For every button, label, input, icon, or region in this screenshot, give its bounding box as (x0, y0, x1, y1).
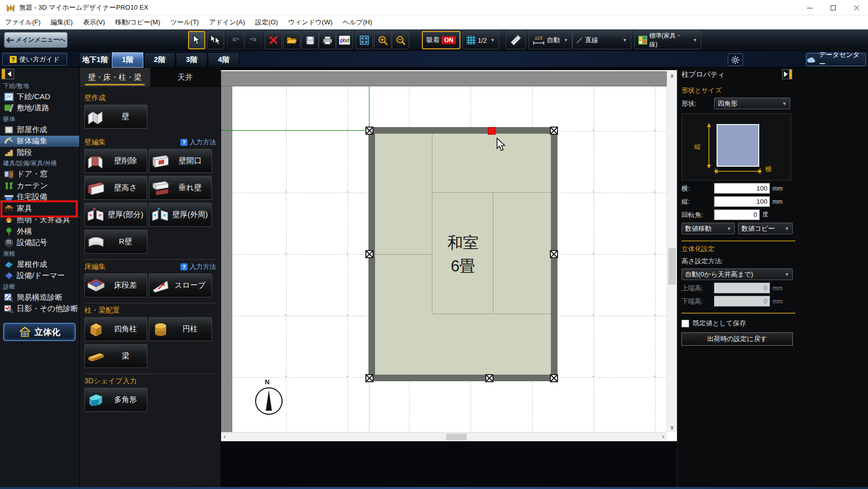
round-column-button[interactable]: 円柱 (149, 317, 212, 341)
line-style-dropdown[interactable]: ／ 直線 ▼ (572, 31, 631, 49)
numeric-move-button[interactable]: 数値移動▼ (681, 223, 735, 234)
menu-file[interactable]: ファイル(F) (0, 15, 46, 29)
close-icon[interactable] (845, 0, 868, 15)
print-button[interactable] (319, 31, 336, 49)
display-style-dropdown[interactable]: 標準(家具・線) ▼ (634, 31, 701, 49)
menu-view[interactable]: 表示(V) (78, 15, 110, 29)
wall-height-button[interactable]: 壁高さ (84, 176, 147, 200)
selection-handle-top-left[interactable] (365, 127, 374, 135)
dimension-mode-dropdown[interactable]: 123 自動 ▼ (529, 31, 572, 49)
undo-button[interactable] (227, 31, 244, 49)
scroll-up-icon[interactable]: ∧ (670, 73, 674, 79)
width-input[interactable]: 100 (714, 183, 770, 194)
r-wall-button[interactable]: R壁 (84, 230, 147, 254)
horizontal-scroll-thumb[interactable] (446, 434, 467, 440)
sidebar-item-exterior[interactable]: 外構 (0, 226, 79, 237)
sidebar-item-furniture[interactable]: 家具 (0, 203, 79, 215)
scroll-right-icon[interactable]: › (662, 434, 664, 440)
input-method-link[interactable]: ?入力方法 (180, 262, 216, 271)
sidebar-item-door-window[interactable]: ドア・窓 (0, 169, 79, 180)
beam-button[interactable]: 梁 (84, 344, 147, 368)
wall-button[interactable]: 壁 (84, 105, 147, 129)
drawing-canvas[interactable]: 和室 6畳 N ∧ (221, 70, 677, 441)
slope-button[interactable]: スロープ (149, 273, 212, 297)
menu-window[interactable]: ウィンドウ(W) (283, 15, 337, 29)
tab-floor1[interactable]: 1階 (112, 52, 143, 68)
maximize-icon[interactable] (821, 0, 845, 15)
redo-button[interactable] (244, 31, 262, 49)
selection-handle-active[interactable] (488, 127, 495, 135)
usage-guide-button[interactable]: ? 使い方ガイド (2, 53, 67, 66)
zoom-in-button[interactable] (374, 31, 391, 49)
sidebar-item-structure-diagnosis[interactable]: 簡易構造診断 (0, 292, 79, 303)
reset-to-factory-button[interactable]: 出荷時の設定に戻す (681, 332, 793, 346)
selection-handle-bottom-mid[interactable] (485, 374, 493, 382)
sidebar-item-lighting[interactable]: 照明・天井器具 (0, 215, 79, 226)
selection-handle-top-right[interactable] (550, 127, 558, 135)
rotation-input[interactable]: 0 (714, 209, 760, 220)
tab-ceiling[interactable]: 天井 (150, 68, 221, 87)
height-method-dropdown[interactable]: 自動(0から天井高まで)▼ (681, 268, 793, 280)
tab-wall-floor-column-beam[interactable]: 壁・床・柱・梁 (80, 68, 150, 87)
selection-handle-bottom-right[interactable] (550, 374, 558, 382)
pbd-export-button[interactable]: pbd (336, 31, 353, 49)
wall-opening-button[interactable]: 壁開口 (149, 149, 212, 173)
hanging-wall-button[interactable]: 垂れ壁 (149, 176, 212, 200)
wall-thickness-perimeter-button[interactable]: 壁厚(外周) (149, 203, 212, 227)
floor-step-button[interactable]: 床段差 (84, 273, 147, 297)
checkbox-icon[interactable] (681, 320, 689, 327)
sidebar-item-stairs[interactable]: 階段 (0, 147, 79, 159)
fit-screen-button[interactable] (356, 31, 373, 49)
menu-help[interactable]: ヘルプ(H) (337, 15, 377, 29)
panel-collapse-button[interactable] (782, 69, 792, 79)
snap-toggle-button[interactable]: 吸着 ON (422, 31, 460, 49)
sidebar-collapse-button[interactable] (2, 69, 14, 79)
open-file-button[interactable] (283, 31, 300, 49)
tab-floor2[interactable]: 2階 (144, 52, 175, 68)
numeric-copy-button[interactable]: 数値コピー▼ (738, 223, 793, 234)
save-default-row[interactable]: 既定値として保存 (681, 319, 795, 328)
menu-edit[interactable]: 編集(E) (46, 15, 78, 29)
menu-tools[interactable]: ツール(T) (165, 15, 204, 29)
input-method-link[interactable]: ?入力方法 (180, 138, 216, 147)
sidebar-item-site-road[interactable]: 敷地/道路 (0, 103, 79, 114)
menu-move-copy[interactable]: 移動/コピー(M) (110, 15, 166, 29)
selection-handle-bottom-left[interactable] (365, 374, 374, 382)
selection-handle-mid-right[interactable] (550, 250, 558, 258)
sidebar-item-roof-equipment-dormer[interactable]: 設備/ドーマー (0, 270, 79, 282)
sidebar-item-housing-equipment[interactable]: 住宅設備 (0, 192, 79, 203)
select-tool-button[interactable] (188, 31, 205, 49)
tab-floor3[interactable]: 3階 (176, 52, 207, 68)
sidebar-item-frame-edit[interactable]: 躯体編集 (0, 136, 79, 147)
menu-settings[interactable]: 設定(O) (250, 15, 283, 29)
delete-button[interactable] (265, 31, 282, 49)
scroll-left-icon[interactable]: ‹ (224, 434, 226, 440)
main-menu-button[interactable]: メインメニューへ (4, 32, 68, 48)
sidebar-item-shadow-diagnosis[interactable]: 日影・その他診断 (0, 303, 79, 315)
tab-basement1[interactable]: 地下1階 (79, 52, 111, 68)
minimize-icon[interactable] (798, 0, 821, 15)
wall-thickness-partial-button[interactable]: 壁厚(部分) (84, 203, 147, 227)
horizontal-scrollbar[interactable]: ‹ › (221, 432, 667, 441)
data-center-button[interactable]: データセンター (806, 53, 866, 66)
measure-tool-button[interactable] (506, 31, 526, 49)
make-3d-button[interactable]: 立体化 (3, 323, 76, 341)
sidebar-item-room-create[interactable]: 部屋作成 (0, 124, 79, 136)
sidebar-item-curtain[interactable]: カーテン (0, 180, 79, 192)
scroll-down-icon[interactable]: ∨ (670, 424, 674, 431)
vertical-scrollbar[interactable]: ∧ ∨ (667, 71, 677, 432)
wall-delete-button[interactable]: 壁削除 (84, 149, 147, 173)
zoom-out-button[interactable] (392, 31, 409, 49)
grid-scale-dropdown[interactable]: 1/2 ▼ (462, 31, 499, 49)
square-column-button[interactable]: 四角柱 (84, 317, 147, 341)
settings-gear-button[interactable] (728, 53, 743, 66)
polygon-button[interactable]: 多角形 (84, 388, 147, 412)
room-japanese[interactable]: 和室 6畳 (368, 127, 557, 381)
shape-dropdown[interactable]: 四角形▼ (714, 98, 790, 109)
sidebar-item-sketch-cad[interactable]: 下絵/CAD (0, 91, 79, 103)
vertical-scroll-thumb[interactable] (668, 248, 676, 285)
sidebar-item-equipment-symbol[interactable]: 設備記号 (0, 237, 79, 249)
multi-select-tool-button[interactable] (207, 31, 224, 49)
selection-handle-mid-left[interactable] (365, 250, 374, 258)
menu-addin[interactable]: アドイン(A) (204, 15, 250, 29)
